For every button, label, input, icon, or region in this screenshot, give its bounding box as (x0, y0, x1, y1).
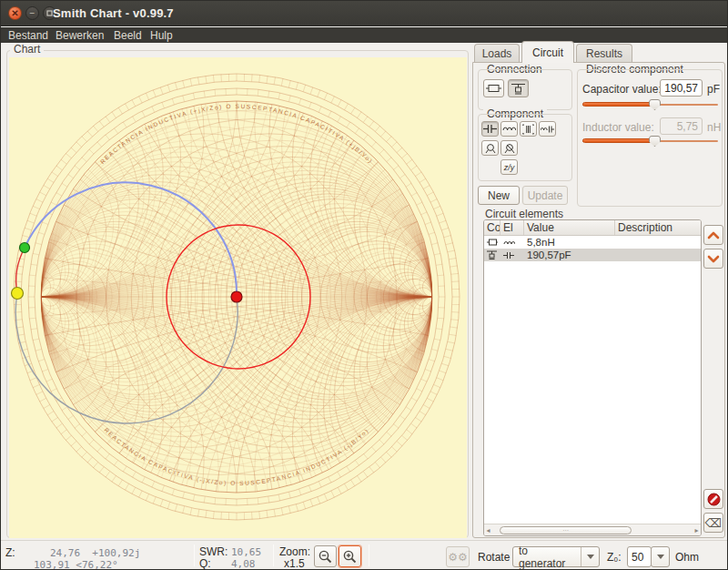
col-header-value[interactable]: Value (524, 220, 615, 235)
inductor-unit-label: nH (707, 121, 721, 134)
chevron-down-icon[interactable] (652, 547, 669, 566)
rotate-apply-button[interactable]: ⚙⚙ (446, 546, 470, 567)
z0-input[interactable] (627, 546, 652, 567)
component-zy-transform-button[interactable]: z/y (500, 159, 518, 175)
circuit-elements-label: Circuit elements (481, 208, 567, 220)
menu-hulp[interactable]: Hulp (147, 28, 177, 43)
move-up-button[interactable] (703, 225, 723, 245)
delete-icon (707, 493, 721, 506)
component-inductor-button[interactable] (500, 121, 518, 137)
open-stub-icon (485, 143, 496, 154)
zoom-in-icon (343, 550, 357, 564)
capacitor-icon (483, 124, 497, 134)
inductor-icon (503, 239, 515, 246)
swr-value: 10,65 (231, 546, 261, 558)
connection-shunt-button[interactable] (508, 79, 529, 97)
tab-results[interactable]: Results (576, 44, 632, 63)
marker-yellow[interactable] (12, 288, 24, 300)
move-down-button[interactable] (703, 249, 723, 269)
z-rectangular-value: 24,76 +100,92j (50, 547, 140, 559)
inductor-slider-handle[interactable] (649, 136, 661, 147)
shunt-connection-icon (511, 83, 525, 95)
marker-green[interactable] (20, 243, 30, 253)
component-series-lc-button[interactable] (539, 121, 556, 137)
rotate-label: Rotate (478, 551, 510, 564)
chart-frame-label: Chart (10, 43, 44, 56)
rotate-direction-select[interactable]: to generator (512, 546, 600, 567)
element-value: 190,57pF (524, 249, 615, 260)
component-parallel-lc-button[interactable] (520, 121, 537, 137)
z0-dropdown-button[interactable] (651, 546, 670, 567)
z0-unit-label: Ohm (675, 551, 699, 564)
connection-series-button[interactable] (483, 79, 504, 97)
parallel-lc-icon (522, 124, 534, 135)
scroll-left-icon[interactable]: ◂ (484, 526, 492, 534)
table-row-selected[interactable]: 190,57pF (484, 249, 701, 261)
app-window: ✕ − Smith Chart - v0.99.7 Bestand Bewerk… (0, 0, 728, 570)
smith-chart-canvas[interactable]: REACTANCIA INDUCTIVA (+jX/Zo) O SUSCEPTA… (9, 57, 467, 538)
col-header-cor[interactable]: Cor (484, 220, 500, 235)
zoom-in-button[interactable] (339, 545, 361, 567)
col-header-description[interactable]: Description (615, 220, 701, 235)
q-value: 4,08 (231, 558, 256, 570)
scrollbar-track[interactable]: ⋯ (492, 526, 693, 534)
zy-transform-icon: z/y (504, 163, 515, 172)
delete-element-button[interactable] (703, 489, 723, 509)
capacitor-value-label: Capacitor value: (582, 83, 662, 96)
chevron-down-icon (707, 255, 720, 263)
swr-label: SWR: (199, 545, 228, 558)
statusbar: Z: 24,76 +100,92j 103,91 <76,22° SWR: 10… (1, 540, 728, 570)
menubar: Bestand Bewerken Beeld Hulp (1, 27, 728, 43)
inductor-icon (502, 125, 516, 133)
capacitor-unit-label: pF (707, 83, 720, 96)
element-value: 5,8nH (524, 237, 615, 248)
close-button[interactable]: ✕ (8, 6, 22, 20)
series-connection-icon (486, 84, 501, 93)
marker-center[interactable] (231, 291, 242, 302)
table-row[interactable]: 5,8nH (484, 236, 701, 249)
menu-bestand[interactable]: Bestand (5, 28, 52, 43)
scroll-right-icon[interactable]: ▸ (693, 526, 701, 534)
chevron-up-icon (707, 231, 720, 239)
z-label: Z: (5, 546, 15, 559)
update-button[interactable]: Update (522, 186, 568, 205)
component-capacitor-button[interactable] (481, 121, 499, 137)
component-open-stub-button[interactable] (481, 140, 499, 156)
minimize-button[interactable]: − (25, 6, 39, 20)
inductor-slider-fill (582, 138, 654, 143)
capacitor-slider-handle[interactable] (649, 99, 661, 110)
clear-icon: ⌫ (705, 516, 722, 530)
separator (369, 545, 369, 566)
menu-beeld[interactable]: Beeld (110, 28, 146, 43)
circuit-elements-table[interactable]: Cor El Value Description 5,8nH (483, 219, 702, 536)
capacitor-slider-fill (582, 102, 654, 107)
chevron-down-icon[interactable] (581, 547, 599, 566)
inductor-slider[interactable] (582, 135, 718, 148)
z-polar-value: 103,91 <76,22° (34, 559, 118, 570)
separator (273, 545, 274, 566)
inductor-value-input[interactable] (660, 117, 703, 135)
menu-bewerken[interactable]: Bewerken (52, 28, 107, 43)
scrollbar-thumb[interactable]: ⋯ (500, 526, 632, 534)
separator (194, 545, 195, 566)
shunt-connection-icon (487, 250, 497, 260)
rotate-direction-value: to generator (513, 547, 581, 566)
new-button[interactable]: New (478, 186, 520, 205)
component-shorted-stub-button[interactable] (500, 140, 518, 156)
titlebar[interactable]: ✕ − Smith Chart - v0.99.7 (1, 1, 728, 26)
tab-circuit[interactable]: Circuit (521, 41, 574, 63)
capacitor-icon (503, 251, 515, 260)
capacitor-slider[interactable] (582, 98, 718, 111)
col-header-el[interactable]: El (500, 220, 524, 235)
inductor-value-label: Inductor value: (582, 121, 654, 134)
table-horizontal-scrollbar[interactable]: ◂ ⋯ ▸ (484, 524, 701, 535)
zoom-out-button[interactable] (314, 545, 337, 567)
capacitor-value-input[interactable] (660, 79, 703, 97)
z0-label: Z₀: (607, 551, 622, 564)
clear-all-button[interactable]: ⌫ (703, 513, 723, 533)
shorted-stub-icon (504, 143, 515, 154)
maximize-icon (46, 10, 53, 16)
tab-loads[interactable]: Loads (474, 44, 520, 63)
series-connection-icon (487, 239, 498, 246)
zoom-label: Zoom: (279, 545, 310, 558)
